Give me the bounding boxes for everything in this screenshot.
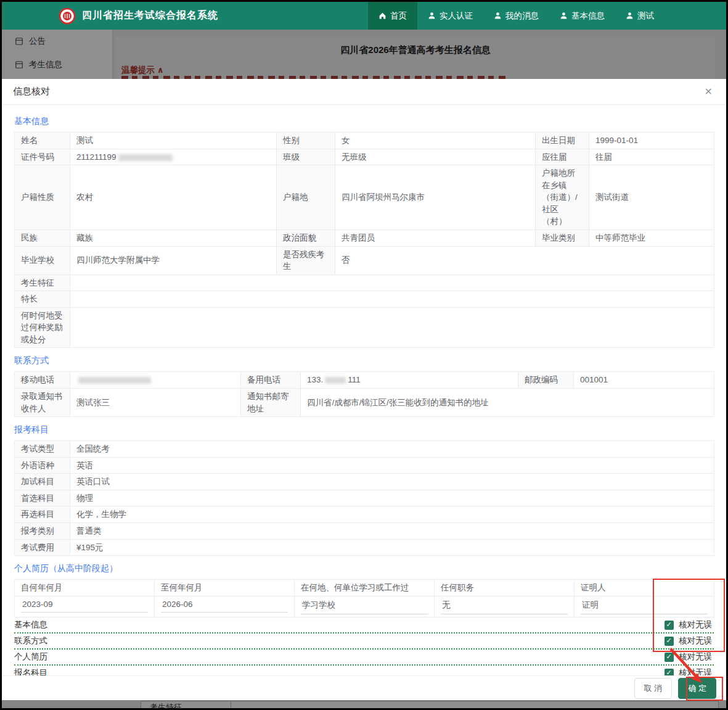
field-label: 毕业类别 — [536, 229, 589, 246]
field-value: 化学，生物学 — [70, 506, 714, 523]
resume-table: 自何年何月 至何年何月 在何地、何单位学习或工作过 任何职务 证明人 2023-… — [14, 579, 714, 617]
field-label: 何时何地受过何种奖励或处分 — [15, 307, 70, 348]
confirm-button[interactable]: 确 定 — [678, 678, 716, 699]
resume-header: 至何年何月 — [155, 580, 295, 596]
application-window: 四川省招生考试综合报名系统 首页 实人认证 我的消息 基本信息 测试 — [0, 0, 728, 710]
user-icon — [494, 12, 502, 20]
field-label: 报考类别 — [15, 522, 70, 539]
top-navbar: 四川省招生考试综合报名系统 首页 实人认证 我的消息 基本信息 测试 — [2, 2, 726, 30]
field-value: 女 — [335, 133, 536, 149]
redacted-text — [118, 154, 173, 161]
resume-cell: 无 — [435, 596, 575, 617]
nav-item-label: 实人认证 — [440, 10, 473, 22]
background-page-bottom: 考生特征 — [2, 700, 726, 708]
checklist-row-basic-info: 基本信息 核对无误 — [14, 617, 714, 634]
field-value: 全国统考 — [70, 441, 714, 458]
section-title-contact: 联系方式 — [14, 355, 714, 366]
checklist-row-resume: 个人简历 核对无误 — [14, 650, 714, 666]
field-value: 001001 — [574, 372, 714, 389]
resume-input-from[interactable]: 2023-09 — [21, 600, 148, 613]
home-icon — [378, 12, 386, 20]
nav-item-label: 我的消息 — [505, 10, 539, 22]
resume-header: 在何地、何单位学习或工作过 — [295, 580, 435, 596]
field-value: 普通类 — [70, 522, 714, 539]
info-check-modal: 信息核对 ✕ 基本信息 姓名 测试 性别 女 出生日期 1999-01-01 证… — [2, 79, 726, 700]
field-label: 户籍地 — [277, 165, 335, 230]
subjects-table: 考试类型全国统考 外语语种英语 加试科目英语口试 首选科目物理 再选科目化学，生… — [14, 440, 714, 556]
field-label: 应往届 — [536, 149, 589, 165]
checkbox-contact-checked[interactable] — [665, 637, 674, 646]
checkbox-resume-checked[interactable] — [665, 653, 674, 662]
field-value — [70, 275, 714, 291]
resume-header: 自何年何月 — [15, 580, 155, 596]
field-value: 四川省/成都市/锦江区/张三能收到的通知书的地址 — [301, 389, 714, 417]
field-value: 英语口试 — [70, 474, 714, 490]
field-value: 中等师范毕业 — [589, 229, 714, 246]
field-label: 出生日期 — [536, 133, 589, 149]
section-title-subjects: 报考科目 — [14, 424, 714, 435]
nav-item-messages[interactable]: 我的消息 — [483, 2, 549, 30]
modal-backdrop — [2, 30, 726, 79]
modal-footer: 取 消 确 定 — [2, 675, 726, 700]
field-label: 邮政编码 — [518, 372, 574, 389]
user-icon — [560, 12, 568, 20]
close-icon[interactable]: ✕ — [705, 87, 713, 97]
checkbox-label: 核对无误 — [679, 619, 712, 630]
field-label: 再选科目 — [15, 506, 70, 523]
resume-cell: 2026-06 — [155, 596, 295, 617]
field-value — [70, 291, 714, 308]
field-label: 考生特征 — [15, 275, 70, 291]
resume-input-place[interactable]: 学习学校 — [301, 600, 428, 614]
field-label: 加试科目 — [15, 474, 70, 490]
nav-menu: 首页 实人认证 我的消息 基本信息 测试 — [368, 2, 665, 30]
resume-input-witness[interactable]: 证明 — [581, 600, 708, 614]
field-value: 物理 — [70, 490, 714, 506]
field-value: 往届 — [589, 149, 714, 165]
field-label: 移动电话 — [15, 372, 70, 389]
field-value: 测试街道 — [589, 165, 714, 230]
user-icon — [428, 12, 436, 20]
section-title-basic-info: 基本信息 — [14, 116, 714, 127]
resume-cell: 学习学校 — [295, 596, 435, 617]
field-value: 藏族 — [70, 229, 277, 246]
resume-header: 证明人 — [575, 580, 714, 596]
redacted-text — [325, 377, 346, 384]
cancel-button[interactable]: 取 消 — [634, 678, 673, 699]
field-label: 毕业学校 — [15, 246, 70, 275]
nav-item-label: 测试 — [637, 10, 654, 22]
modal-title: 信息核对 — [13, 86, 50, 97]
resume-header: 任何职务 — [435, 580, 575, 596]
site-logo-icon — [59, 7, 76, 25]
nav-item-label: 基本信息 — [571, 10, 605, 22]
contact-table: 移动电话 备用电话 133.111 邮政编码 001001 录取通知书收件人 测… — [14, 371, 714, 417]
field-value-id-number: 211211199 — [70, 149, 277, 165]
checklist-label: 基本信息 — [14, 619, 47, 630]
field-label: 证件号码 — [15, 149, 70, 165]
field-label: 户籍地所在乡镇（街道）/ 社区（村） — [536, 165, 589, 230]
confirm-checklist: 基本信息 核对无误 联系方式 核对无误 个人简历 核对无误 报名科目 核对无误 — [14, 617, 714, 682]
field-value: 共青团员 — [335, 229, 536, 246]
nav-item-home[interactable]: 首页 — [368, 2, 417, 30]
nav-item-real-person-auth[interactable]: 实人认证 — [417, 2, 483, 30]
field-label: 班级 — [277, 149, 335, 165]
checklist-row-contact: 联系方式 核对无误 — [14, 634, 714, 650]
user-icon — [626, 12, 634, 20]
field-value: 四川师范大学附属中学 — [70, 246, 277, 275]
checkbox-basic-info-checked[interactable] — [665, 621, 674, 630]
modal-body: 基本信息 姓名 测试 性别 女 出生日期 1999-01-01 证件号码 211… — [2, 105, 726, 700]
nav-item-test[interactable]: 测试 — [615, 2, 665, 30]
checkbox-label: 核对无误 — [679, 651, 712, 663]
field-value: 测试张三 — [70, 389, 241, 417]
field-label: 外语语种 — [15, 457, 70, 474]
field-label: 录取通知书收件人 — [15, 389, 70, 417]
resume-input-position[interactable]: 无 — [441, 600, 568, 614]
resume-input-to[interactable]: 2026-06 — [161, 600, 288, 613]
field-value — [70, 307, 714, 348]
resume-cell: 2023-09 — [15, 596, 155, 617]
field-value: 测试 — [70, 133, 277, 149]
nav-item-basic-info[interactable]: 基本信息 — [549, 2, 615, 30]
field-label: 特长 — [15, 291, 70, 308]
field-value-backup-phone: 133.111 — [301, 372, 518, 389]
checklist-label: 个人简历 — [14, 651, 47, 663]
brand: 四川省招生考试综合报名系统 — [59, 7, 218, 25]
